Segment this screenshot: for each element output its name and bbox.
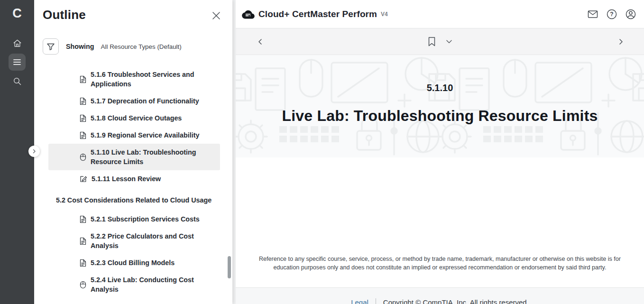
outline-item-label: 5.1.11 Lesson Review: [92, 174, 161, 184]
outline-item-label: 5.2.3 Cloud Billing Models: [91, 258, 175, 267]
outline-item[interactable]: 5.1.9 Regional Service Availability: [48, 127, 220, 144]
filter-row: Showing All Resource Types (Default): [43, 38, 182, 55]
filter-icon: [46, 43, 55, 51]
home-icon: [13, 39, 22, 48]
outline-section-header: 5.2 Cost Considerations Related to Cloud…: [56, 194, 213, 206]
outline-item-label: 5.1.10 Live Lab: Troubleshooting Resourc…: [91, 147, 216, 166]
legal-link[interactable]: Legal: [351, 298, 368, 304]
outline-item-current[interactable]: 5.1.10 Live Lab: Troubleshooting Resourc…: [48, 144, 220, 170]
lesson-number: 5.1.10: [236, 83, 644, 93]
close-outline-button[interactable]: [212, 11, 221, 20]
edit-icon: [80, 175, 87, 183]
outline-list: 5.1.6 Troubleshoot Services and Applicat…: [34, 66, 232, 298]
lesson-hero: 5.1.10 Live Lab: Troubleshooting Resourc…: [236, 55, 644, 157]
panel-collapse-toggle[interactable]: [28, 146, 40, 157]
document-icon: [80, 75, 86, 83]
outline-item-label: 5.2.2 Price Calculators and Cost Analysi…: [91, 231, 216, 250]
account-button[interactable]: [625, 9, 636, 20]
bookmark-icon: [428, 37, 436, 46]
outline-item[interactable]: 5.1.8 Cloud Service Outages: [48, 110, 220, 127]
header-icons: ?: [587, 9, 636, 20]
outline-item-label: 5.2.1 Subscription Services Costs: [91, 214, 200, 224]
tech-doodle-pattern: [236, 55, 644, 157]
document-icon: [80, 131, 86, 139]
account-icon: [625, 9, 636, 20]
search-button[interactable]: [9, 73, 26, 90]
outline-item-label: 5.1.9 Regional Service Availability: [91, 130, 199, 140]
lesson-body: Reference to any specific course, servic…: [236, 157, 644, 287]
outline-item[interactable]: 5.1.7 Deprecation of Functionality: [48, 92, 220, 110]
next-page-button[interactable]: [617, 38, 625, 46]
outline-item[interactable]: 5.2.1 Subscription Services Costs: [48, 211, 220, 228]
outline-item-label: 5.1.6 Troubleshoot Services and Applicat…: [91, 70, 216, 89]
outline-item[interactable]: 5.2.4 Live Lab: Conducting Cost Analysis: [48, 271, 220, 298]
outline-item-label: 5.2.4 Live Lab: Conducting Cost Analysis: [91, 275, 216, 294]
outline-item-label: 5.1.8 Cloud Service Outages: [91, 113, 182, 123]
mouse-icon: [80, 281, 86, 289]
chevron-right-icon: [32, 149, 37, 154]
close-icon: [212, 11, 221, 20]
copyright-text: Copyright © CompTIA, Inc. All rights res…: [383, 298, 529, 304]
mail-icon: [587, 9, 598, 20]
footer-divider: [376, 298, 376, 304]
mail-button[interactable]: [587, 9, 598, 20]
filter-value: All Resource Types (Default): [101, 43, 182, 50]
filter-showing-label: Showing: [66, 43, 94, 50]
bookmark-button[interactable]: [428, 37, 436, 46]
lesson-title: Live Lab: Troubleshooting Resource Limit…: [236, 107, 644, 125]
disclaimer-text: Reference to any specific course, servic…: [248, 255, 633, 272]
footer-inner: Legal Copyright © CompTIA, Inc. All righ…: [351, 288, 529, 304]
outline-item[interactable]: 5.1.11 Lesson Review: [48, 170, 220, 187]
document-icon: [80, 215, 86, 223]
cloud-icon: [242, 9, 255, 19]
outline-item-label: 5.1.7 Deprecation of Functionality: [91, 96, 199, 106]
svg-text:?: ?: [610, 11, 613, 18]
product-version: V4: [381, 11, 388, 18]
lesson-toolbar: [236, 28, 644, 55]
filter-button[interactable]: [43, 38, 59, 55]
bookmark-controls: [428, 37, 452, 46]
home-button[interactable]: [9, 35, 26, 52]
bookmark-dropdown-button[interactable]: [446, 39, 452, 44]
main-header: Cloud+ CertMaster Perform V4 ?: [236, 0, 644, 28]
help-icon: ?: [606, 9, 617, 20]
outline-item[interactable]: 5.2.2 Price Calculators and Cost Analysi…: [48, 228, 220, 254]
main-content: Cloud+ CertMaster Perform V4 ?: [236, 0, 644, 304]
chevron-down-icon: [446, 39, 452, 44]
outline-panel-title: Outline: [43, 8, 86, 22]
app-window: C: [0, 0, 644, 304]
outline-panel: Outline Showing All Resource Types (Defa…: [34, 0, 232, 304]
comptia-logo: C: [0, 6, 34, 21]
document-icon: [80, 259, 86, 267]
help-button[interactable]: ?: [606, 9, 617, 20]
menu-icon: [12, 58, 22, 66]
mouse-icon: [80, 153, 86, 161]
outline-scrollbar-thumb[interactable]: [228, 256, 231, 278]
previous-page-button[interactable]: [257, 38, 264, 46]
document-icon: [80, 114, 86, 122]
document-icon: [80, 237, 86, 245]
chevron-left-icon: [257, 38, 264, 46]
search-icon: [13, 77, 22, 86]
chevron-right-icon: [617, 38, 625, 46]
product-title: Cloud+ CertMaster Perform: [258, 9, 377, 19]
outline-item[interactable]: 5.1.6 Troubleshoot Services and Applicat…: [48, 66, 220, 92]
page-footer: Legal Copyright © CompTIA, Inc. All righ…: [236, 287, 644, 304]
outline-menu-button[interactable]: [9, 54, 26, 71]
rail-buttons: [0, 35, 34, 90]
document-icon: [80, 97, 86, 105]
outline-item[interactable]: 5.2.3 Cloud Billing Models: [48, 254, 220, 271]
panel-gap: [232, 0, 236, 304]
